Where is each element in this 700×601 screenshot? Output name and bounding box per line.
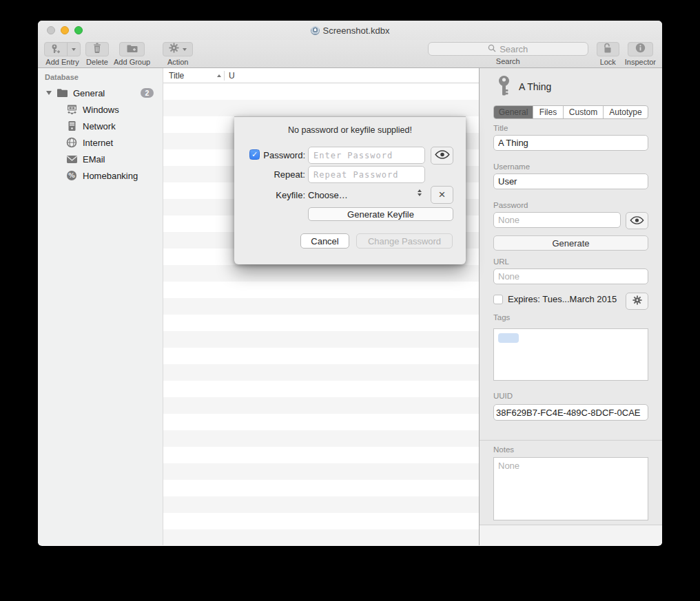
tab-files[interactable]: Files: [533, 106, 564, 118]
repeat-password-input[interactable]: [308, 166, 425, 183]
notes-field[interactable]: [493, 457, 648, 520]
percent-circle-icon: %: [65, 169, 78, 182]
delete-button[interactable]: [85, 42, 109, 56]
generate-password-button[interactable]: Generate: [493, 235, 648, 251]
expires-checkbox[interactable]: [493, 295, 503, 304]
tab-general[interactable]: General: [494, 106, 533, 118]
inspector-button[interactable]: [628, 42, 653, 56]
expires-row: Expires: Tues...March 2015: [493, 294, 617, 304]
sort-ascending-icon: [217, 74, 221, 77]
group-label: Windows: [83, 105, 119, 115]
tab-custom[interactable]: Custom: [564, 106, 604, 118]
tag-token[interactable]: [498, 333, 519, 343]
keyfile-popup[interactable]: Choose…: [308, 190, 348, 200]
divider: [480, 440, 662, 441]
sidebar: Database General 2 Windows: [38, 68, 163, 545]
title-field-label: Title: [493, 124, 508, 132]
search-item: Search Search: [428, 42, 588, 65]
toolbar: Add Entry Delete Add Group: [38, 40, 662, 68]
enter-password-input[interactable]: [308, 147, 425, 164]
delete-label: Delete: [86, 58, 108, 66]
generate-keyfile-button[interactable]: Generate Keyfile: [308, 207, 453, 221]
folder-icon: [56, 87, 68, 99]
group-label: Internet: [83, 138, 113, 148]
add-entry-label: Add Entry: [45, 58, 79, 66]
notes-label: Notes: [493, 445, 514, 454]
tab-autotype[interactable]: Autotype: [604, 106, 648, 118]
action-button[interactable]: [163, 42, 193, 56]
tags-label: Tags: [493, 313, 510, 321]
folder-plus-icon: [127, 43, 138, 56]
disclosure-triangle-icon[interactable]: [46, 91, 52, 95]
info-icon: [635, 43, 646, 56]
key-plus-icon[interactable]: [45, 43, 68, 56]
titlebar: Screenshot.kdbx: [38, 21, 662, 40]
inspector-panel: A Thing General Files Custom Autotype Ti…: [479, 68, 662, 545]
add-entry-button[interactable]: [44, 42, 81, 56]
trash-icon: [92, 43, 102, 56]
document-icon: [311, 26, 320, 35]
sidebar-item-internet[interactable]: Internet: [38, 134, 163, 151]
sidebar-item-email[interactable]: EMail: [38, 151, 163, 167]
eye-icon: [630, 215, 644, 227]
inspector-item: Inspector: [625, 42, 656, 66]
gear-icon: [632, 295, 642, 308]
username-field[interactable]: [493, 173, 648, 189]
svg-text:%: %: [68, 171, 75, 179]
sidebar-item-general[interactable]: General 2: [38, 85, 163, 101]
search-label: Search: [496, 57, 520, 65]
sidebar-item-windows[interactable]: Windows: [38, 101, 163, 118]
unlocked-padlock-icon: [603, 43, 612, 56]
entry-title: A Thing: [519, 81, 551, 92]
title-column-label: Title: [169, 71, 184, 81]
username-column-header[interactable]: U: [225, 71, 235, 81]
reveal-password-button[interactable]: [626, 212, 648, 229]
cancel-button[interactable]: Cancel: [300, 233, 349, 249]
group-label: EMail: [83, 154, 105, 165]
title-column-header[interactable]: Title: [163, 71, 224, 81]
globe-icon: [65, 136, 78, 149]
key-icon: [496, 75, 512, 100]
password-field[interactable]: [493, 212, 621, 228]
clear-keyfile-button[interactable]: ×: [431, 186, 453, 204]
add-group-button[interactable]: [119, 42, 145, 56]
url-field-label: URL: [493, 257, 509, 266]
keyfile-label: Keyfile:: [234, 190, 305, 200]
eye-icon: [435, 149, 450, 162]
sidebar-item-network[interactable]: Network: [38, 118, 163, 134]
group-label: General: [73, 88, 105, 98]
action-chevron-icon: [183, 48, 187, 51]
app-window: Screenshot.kdbx Add Entry Delete: [38, 21, 662, 546]
change-password-button[interactable]: Change Password: [356, 233, 453, 249]
window-title-area: Screenshot.kdbx: [38, 21, 662, 40]
tags-field[interactable]: [493, 328, 648, 381]
group-label: Homebanking: [83, 171, 138, 181]
add-group-label: Add Group: [114, 58, 150, 66]
lock-label: Lock: [600, 58, 616, 66]
expires-settings-button[interactable]: [626, 293, 648, 310]
password-field-label: Password: [493, 201, 528, 209]
expires-label: Expires: Tues...March 2015: [508, 294, 617, 304]
group-label: Network: [83, 121, 116, 131]
add-group-item: Add Group: [114, 42, 150, 67]
title-field[interactable]: [493, 135, 648, 151]
add-entry-dropdown[interactable]: [68, 43, 80, 56]
close-x-icon: ×: [439, 189, 446, 200]
lock-item: Lock: [597, 42, 619, 66]
stepper-icon[interactable]: [418, 189, 422, 196]
username-field-label: Username: [493, 162, 530, 171]
inspector-tabs: General Files Custom Autotype: [493, 105, 648, 119]
uuid-field[interactable]: [493, 404, 648, 421]
password-label: Password:: [234, 150, 305, 160]
reveal-password-button[interactable]: [431, 147, 453, 165]
envelope-icon: [65, 153, 78, 165]
lock-button[interactable]: [597, 42, 619, 56]
content-area: Database General 2 Windows: [38, 68, 662, 545]
toolbar-right: Search Search Lock Inspector: [428, 40, 656, 67]
gear-icon: [169, 43, 179, 56]
add-entry-item: Add Entry: [44, 42, 81, 67]
delete-item: Delete: [85, 42, 109, 67]
url-field[interactable]: [493, 268, 648, 284]
search-input[interactable]: Search: [428, 42, 588, 56]
sidebar-item-homebanking[interactable]: % Homebanking: [38, 167, 163, 184]
